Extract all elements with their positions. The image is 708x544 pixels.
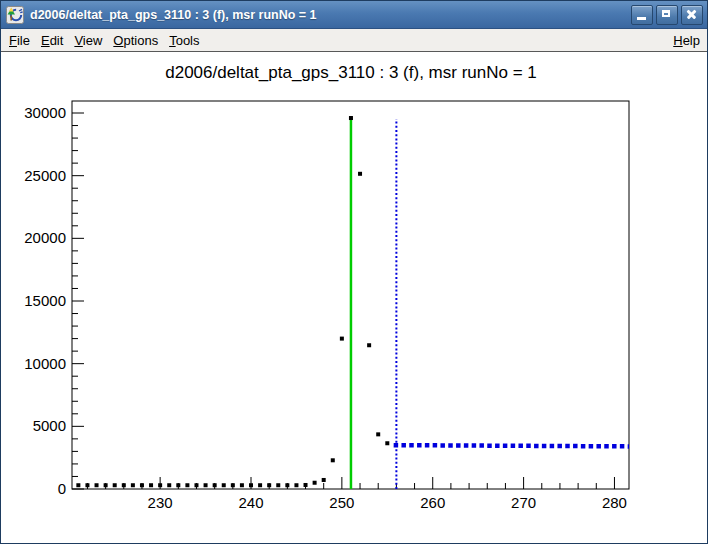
x-axis-tick-label: 240 (238, 494, 263, 511)
data-point (285, 483, 289, 487)
data-point (194, 483, 198, 487)
x-axis-tick-label: 230 (148, 494, 173, 511)
data-point (131, 483, 135, 487)
background-level-line (394, 445, 629, 446)
data-point (313, 481, 317, 485)
root-app-icon (6, 6, 24, 24)
data-point (240, 483, 244, 487)
y-axis-tick-label: 20000 (24, 229, 66, 246)
data-point (249, 483, 253, 487)
canvas-area[interactable]: d2006/deltat_pta_gps_3110 : 3 (f), msr r… (1, 52, 707, 543)
maximize-button[interactable] (656, 5, 678, 25)
root-canvas-window: d2006/deltat_pta_gps_3110 : 3 (f), msr r… (0, 0, 708, 544)
close-icon (682, 6, 702, 24)
data-point (140, 483, 144, 487)
y-axis-tick-label: 10000 (24, 355, 66, 372)
x-axis-tick-label: 280 (602, 494, 627, 511)
data-point (95, 483, 99, 487)
menu-help[interactable]: Help (673, 33, 700, 48)
menu-file[interactable]: File (9, 33, 30, 48)
minimize-icon (637, 17, 646, 20)
minimize-button[interactable] (631, 5, 653, 25)
data-point (185, 483, 189, 487)
menu-options[interactable]: Options (113, 33, 158, 48)
x-axis-tick-label: 270 (511, 494, 536, 511)
data-point (176, 483, 180, 487)
plot: d2006/deltat_pta_gps_3110 : 3 (f), msr r… (1, 52, 701, 541)
data-point (85, 483, 89, 487)
y-axis-tick-label: 0 (58, 480, 66, 497)
y-axis-tick-label: 30000 (24, 104, 66, 121)
data-point (322, 478, 326, 482)
window-title: d2006/deltat_pta_gps_3110 : 3 (f), msr r… (30, 8, 631, 22)
data-point (385, 441, 389, 445)
data-point (367, 343, 371, 347)
data-point (104, 483, 108, 487)
menu-edit[interactable]: Edit (41, 33, 63, 48)
window-titlebar[interactable]: d2006/deltat_pta_gps_3110 : 3 (f), msr r… (1, 1, 707, 29)
data-point (358, 172, 362, 176)
menu-view[interactable]: View (74, 33, 102, 48)
menubar: File Edit View Options Tools Help (1, 29, 707, 52)
y-axis-tick-label: 15000 (24, 292, 66, 309)
plot-title: d2006/deltat_pta_gps_3110 : 3 (f), msr r… (165, 63, 537, 82)
y-axis-tick-label: 25000 (24, 167, 66, 184)
data-point (122, 483, 126, 487)
data-point (222, 483, 226, 487)
data-point (340, 337, 344, 341)
data-point (349, 116, 353, 120)
y-axis-tick-label: 5000 (33, 417, 66, 434)
window-controls (631, 5, 703, 25)
data-point (158, 483, 162, 487)
data-point (267, 483, 271, 487)
data-point (167, 483, 171, 487)
maximize-icon (662, 10, 670, 17)
x-axis-tick-label: 250 (329, 494, 354, 511)
close-button[interactable] (681, 5, 703, 25)
data-point (258, 483, 262, 487)
data-point (276, 483, 280, 487)
data-point (113, 483, 117, 487)
data-point (149, 483, 153, 487)
x-axis-tick-label: 260 (420, 494, 445, 511)
data-point (231, 483, 235, 487)
data-point (331, 458, 335, 462)
data-point (376, 432, 380, 436)
data-point (204, 483, 208, 487)
data-point (76, 483, 80, 487)
menu-tools[interactable]: Tools (169, 33, 199, 48)
data-point (294, 483, 298, 487)
data-point (213, 483, 217, 487)
data-point (304, 483, 308, 487)
